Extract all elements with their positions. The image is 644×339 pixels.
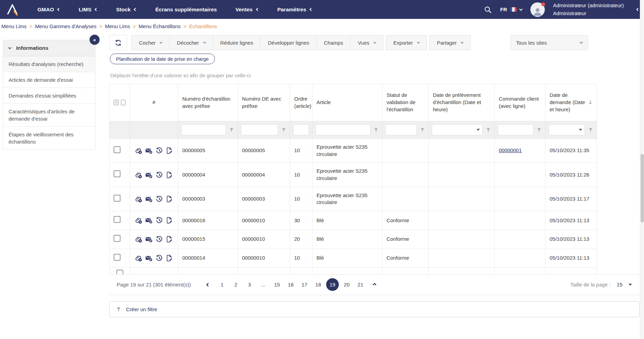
history-icon[interactable] — [156, 236, 163, 243]
filter-funnel-icon[interactable] — [588, 127, 594, 133]
attachment-add-icon[interactable] — [135, 217, 142, 224]
history-icon[interactable] — [156, 195, 163, 203]
user-info[interactable]: Administrateur (administrateur) Administ… — [553, 2, 624, 17]
sidebar-item-demandes-essai-simplifiees[interactable]: Demandes d'essai simplifiées — [3, 88, 95, 104]
filter-input-customer-order[interactable] — [498, 124, 533, 135]
attachment-add-icon[interactable] — [135, 147, 142, 154]
filter-funnel-icon[interactable] — [229, 127, 234, 133]
edit-document-icon[interactable] — [166, 195, 173, 203]
history-icon[interactable] — [156, 147, 163, 154]
collapse-rows-button[interactable]: Réduire lignes — [213, 35, 261, 50]
filter-input-sampling-date[interactable] — [432, 124, 483, 135]
mail-add-icon[interactable] — [145, 217, 152, 224]
fields-button[interactable]: Champs — [317, 35, 351, 50]
filter-input-validation-status[interactable] — [386, 124, 417, 135]
mail-add-icon[interactable] — [145, 236, 152, 243]
create-filter-button[interactable]: Créer un filtre — [109, 301, 640, 317]
attachment-add-icon[interactable] — [135, 195, 142, 203]
nav-item-stock[interactable]: Stock — [107, 7, 146, 13]
row-checkbox[interactable] — [114, 235, 120, 242]
history-icon[interactable] — [156, 217, 163, 224]
page-button-21[interactable]: 21 — [355, 280, 366, 290]
page-button-19-current[interactable]: 19 — [326, 278, 339, 291]
breadcrumb-link[interactable]: Menu Lims — [105, 23, 130, 29]
row-checkbox[interactable] — [116, 270, 123, 274]
page-size-value[interactable]: 15 — [617, 282, 622, 287]
mail-add-icon[interactable] — [145, 195, 152, 203]
page-ellipsis[interactable]: ... — [257, 280, 269, 290]
share-button[interactable]: Partager — [429, 35, 471, 50]
vertical-scrollbar-thumb[interactable] — [641, 154, 644, 223]
nav-item-ecrans-supplementaires[interactable]: Écrans supplémentaires — [146, 7, 226, 13]
page-button-20[interactable]: 20 — [341, 280, 353, 290]
page-button-18[interactable]: 18 — [312, 280, 324, 290]
nav-item-lims[interactable]: LIMS — [69, 7, 107, 13]
header-article[interactable]: Article — [312, 84, 382, 121]
row-checkbox[interactable] — [114, 216, 120, 223]
header-request-date[interactable]: Date de demande (Date et heure) ↓ — [545, 84, 597, 121]
history-icon[interactable] — [156, 255, 163, 262]
filter-combo-sampling-date[interactable] — [432, 124, 483, 135]
breadcrumb-link[interactable]: Menu Échantillons — [139, 23, 181, 29]
user-menu[interactable] — [530, 2, 545, 17]
breadcrumb-link[interactable]: Menu Lims — [1, 23, 26, 29]
filter-funnel-icon[interactable] — [281, 127, 287, 133]
attachment-add-icon[interactable] — [135, 171, 142, 179]
attachment-add-icon[interactable] — [135, 255, 142, 262]
sidebar-collapse-button[interactable]: « — [90, 35, 100, 45]
nav-item-ventes[interactable]: Ventes — [226, 7, 268, 13]
header-sampling-date[interactable]: Date de prélèvement d'échantillon (Date … — [429, 84, 495, 121]
filter-funnel-icon[interactable] — [373, 127, 379, 133]
row-checkbox[interactable] — [114, 146, 120, 153]
page-button-15[interactable]: 15 — [271, 280, 283, 290]
header-sample-number[interactable]: Numéro d'échantillon avec préfixe — [178, 84, 238, 121]
filter-funnel-icon[interactable] — [419, 127, 425, 133]
filter-funnel-icon[interactable] — [485, 127, 491, 133]
header-actions[interactable]: # — [130, 84, 178, 121]
row-checkbox[interactable] — [114, 254, 120, 261]
panel-collapse-chevron-icon[interactable] — [636, 8, 640, 11]
language-switcher[interactable]: FR — [500, 7, 522, 12]
row-checkbox[interactable] — [114, 195, 120, 202]
select-all-checkbox[interactable] — [114, 100, 119, 105]
filter-input-de-number[interactable] — [241, 124, 278, 135]
edit-document-icon[interactable] — [166, 217, 173, 224]
header-order[interactable]: Ordre (article) — [290, 84, 312, 121]
page-button-1[interactable]: 1 — [216, 280, 228, 290]
export-button[interactable]: Exporter — [386, 35, 427, 50]
mail-add-icon[interactable] — [145, 255, 152, 262]
select-page-checkbox[interactable] — [121, 100, 126, 105]
page-size-arrow-icon[interactable] — [629, 284, 632, 286]
page-next-button[interactable] — [371, 280, 378, 290]
sidebar-item-etapes-vieillissement[interactable]: Étapes de vieillissement des échantillon… — [3, 127, 95, 149]
header-de-number[interactable]: Numéro DE avec préfixe — [238, 84, 290, 121]
sidebar-accordion-header[interactable]: Informations — [3, 40, 95, 56]
views-button[interactable]: Vues — [350, 35, 383, 50]
header-validation-status[interactable]: Statut de validation de l'échantillon — [382, 84, 429, 121]
page-button-3[interactable]: 3 — [244, 280, 255, 290]
nav-item-gmao[interactable]: GMAO — [28, 7, 69, 13]
sidebar-item-articles-demande-essai[interactable]: Articles de demande d'essai — [3, 72, 95, 88]
check-button[interactable]: Cocher — [131, 35, 170, 50]
sidebar-item-caracteristiques-articles[interactable]: Caractéristiques d'articles de demande d… — [3, 104, 95, 127]
page-button-17[interactable]: 17 — [299, 280, 310, 290]
header-customer-order[interactable]: Commande client (avec ligne) — [495, 84, 545, 121]
planning-button[interactable]: Planification de la date de prise en cha… — [110, 54, 215, 64]
edit-document-icon[interactable] — [166, 171, 173, 179]
page-button-16[interactable]: 16 — [285, 280, 297, 290]
mail-add-icon[interactable] — [145, 147, 152, 154]
uncheck-button[interactable]: Décocher — [169, 35, 213, 50]
page-button-2[interactable]: 2 — [230, 280, 242, 290]
sidebar-item-resultats-analyses[interactable]: Résultats d'analyses (recherche) — [3, 56, 95, 72]
filter-input-order[interactable] — [293, 124, 309, 135]
page-prev-button[interactable] — [205, 280, 211, 290]
edit-document-icon[interactable] — [166, 255, 173, 262]
edit-document-icon[interactable] — [166, 147, 173, 154]
mail-add-icon[interactable] — [145, 171, 152, 179]
history-icon[interactable] — [156, 171, 163, 179]
breadcrumb-link[interactable]: Menu Gammes d'Analyses — [35, 23, 96, 29]
search-icon[interactable] — [484, 5, 492, 14]
row-checkbox[interactable] — [114, 170, 120, 177]
filter-input-sample-number[interactable] — [181, 124, 226, 135]
expand-rows-button[interactable]: Développer lignes — [260, 35, 317, 50]
